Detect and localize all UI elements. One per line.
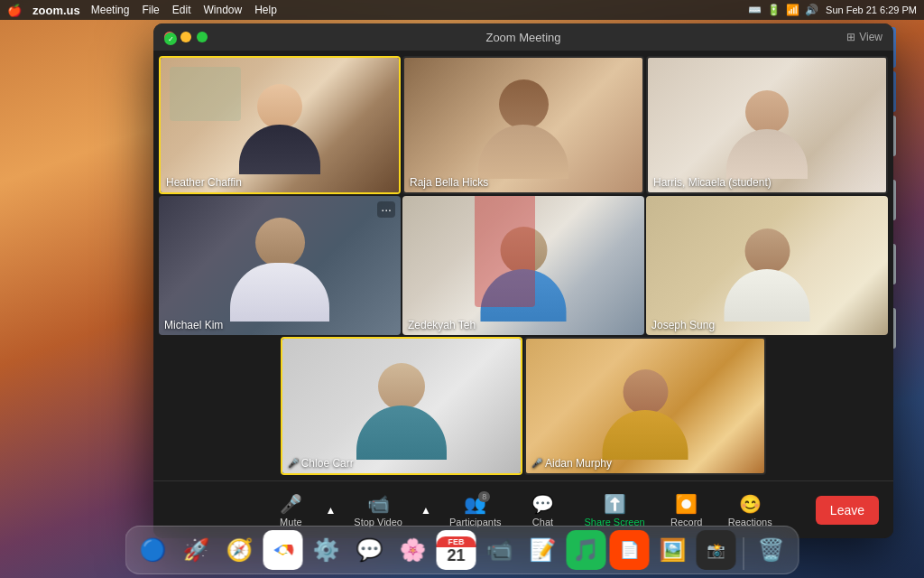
menu-meeting[interactable]: Meeting <box>91 4 130 16</box>
more-options-michael[interactable]: ··· <box>377 201 395 218</box>
reactions-icon: 😊 <box>739 493 762 515</box>
dock-divider <box>744 537 744 570</box>
leave-button[interactable]: Leave <box>816 496 879 525</box>
participants-count: 8 <box>478 491 490 502</box>
video-cell-harris[interactable]: Harris, Micaela (student) <box>646 56 888 194</box>
dock-zoom[interactable]: 📹 <box>480 530 520 570</box>
video-cell-chloe[interactable]: 🎤 Chloe Carr <box>281 337 522 475</box>
dock-preferences[interactable]: ⚙️ <box>307 530 346 570</box>
view-button[interactable]: ⊞ View <box>846 31 882 43</box>
zoom-window: Zoom Meeting ⊞ View Heather Chaffin <box>153 23 893 538</box>
video-cell-heather[interactable]: Heather Chaffin <box>159 56 401 194</box>
dock-finder[interactable]: 🔵 <box>134 530 173 570</box>
svg-point-1 <box>280 546 287 554</box>
video-arrow-button[interactable]: ▲ <box>417 499 435 522</box>
menu-bar-right: ⌨️🔋📶🔊 Sun Feb 21 6:29 PM <box>748 4 917 16</box>
dock-trash[interactable]: 🗑️ <box>752 530 791 570</box>
dock-acrobat[interactable]: 📄 <box>610 530 650 570</box>
participant-name-michael: Michael Kim <box>164 319 223 331</box>
dock-chrome[interactable] <box>263 530 303 570</box>
microphone-icon: 🎤 <box>280 493 302 515</box>
apple-logo: 🍎 <box>7 4 22 17</box>
menu-edit[interactable]: Edit <box>172 4 191 16</box>
video-cell-raja[interactable]: Raja Bella Hicks <box>402 56 644 194</box>
dock-preview[interactable]: 🖼️ <box>653 530 693 570</box>
mute-icon-aidan: 🎤 <box>531 458 542 468</box>
mute-arrow-button[interactable]: ▲ <box>321 499 339 522</box>
participant-name-joseph: Joseph Sung <box>651 319 715 331</box>
dock-launchpad[interactable]: 🚀 <box>177 530 217 570</box>
dock-safari[interactable]: 🧭 <box>220 530 260 570</box>
video-cell-michael[interactable]: ··· Michael Kim <box>159 196 401 334</box>
participant-name-aidan: 🎤 Aidan Murphy <box>531 457 612 470</box>
video-bg <box>159 196 401 334</box>
participant-name-heather: Heather Chaffin <box>166 176 242 189</box>
menu-file[interactable]: File <box>142 4 159 16</box>
video-bg <box>646 196 888 334</box>
video-bg <box>404 58 642 192</box>
video-bg <box>402 196 644 334</box>
participant-name-raja: Raja Bella Hicks <box>410 176 488 189</box>
participant-name-chloe: 🎤 Chloe Carr <box>288 457 354 470</box>
menu-help[interactable]: Help <box>254 4 277 16</box>
video-cell-joseph[interactable]: Joseph Sung <box>646 196 888 334</box>
title-bar: Zoom Meeting ⊞ View <box>153 23 893 51</box>
video-cell-zedekyah[interactable]: Zedekyah Teh <box>402 196 644 334</box>
participants-icon-wrap: 👥 8 <box>464 493 486 515</box>
menu-time: Sun Feb 21 6:29 PM <box>826 5 917 15</box>
connected-indicator: ✓ <box>164 33 177 45</box>
menu-bar: 🍎 zoom.us Meeting File Edit Window Help … <box>0 0 924 20</box>
video-cell-aidan[interactable]: 🎤 Aidan Murphy <box>524 337 766 475</box>
video-bg <box>526 339 764 473</box>
window-title: Zoom Meeting <box>485 31 560 44</box>
participant-name-zedekyah: Zedekyah Teh <box>408 319 476 331</box>
dock-notes[interactable]: 📝 <box>523 530 563 570</box>
video-expand-icon: ▲ <box>420 504 431 517</box>
menu-app-name: zoom.us <box>32 4 80 17</box>
dock-photos[interactable]: 🌸 <box>393 530 433 570</box>
dock-screenshots[interactable]: 📸 <box>697 530 736 570</box>
dock-messages[interactable]: 💬 <box>350 530 390 570</box>
mute-icon-chloe: 🎤 <box>288 458 299 468</box>
video-bg <box>648 58 886 192</box>
video-bg <box>282 339 521 473</box>
participant-name-harris: Harris, Micaela (student) <box>653 176 772 189</box>
dock-calendar[interactable]: FEB 21 <box>437 530 476 570</box>
minimize-button[interactable] <box>180 32 191 42</box>
bottom-row: 🎤 Chloe Carr 🎤 Aidan Murphy <box>159 337 888 475</box>
fullscreen-button[interactable] <box>197 32 208 42</box>
share-screen-icon: ⬆️ <box>604 493 626 515</box>
dock: 🔵 🚀 🧭 ⚙️ 💬 🌸 FEB 21 📹 📝 🎵 📄 🖼️ 📸 🗑️ <box>125 526 799 574</box>
dock-spotify[interactable]: 🎵 <box>567 530 606 570</box>
chat-icon: 💬 <box>531 493 554 515</box>
mute-expand-icon: ▲ <box>325 504 336 517</box>
menu-icons: ⌨️🔋📶🔊 <box>748 4 818 16</box>
camera-icon: 📹 <box>367 493 390 515</box>
menu-window[interactable]: Window <box>203 4 242 16</box>
video-grid: Heather Chaffin Raja Bella Hicks <box>153 51 893 480</box>
video-bg <box>161 58 399 192</box>
menu-items: Meeting File Edit Window Help <box>91 4 277 16</box>
record-icon: ⏺️ <box>675 493 698 515</box>
